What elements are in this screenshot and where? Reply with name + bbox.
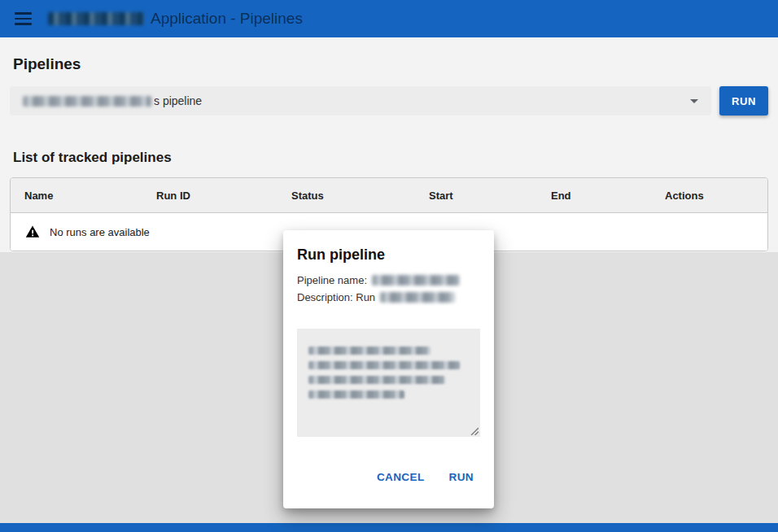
pipelines-section: Pipelines s pipeline RUN List of tracked… (0, 37, 778, 252)
description-line: Description: Run (297, 289, 480, 306)
column-header-actions: Actions (651, 190, 767, 202)
column-header-status: Status (278, 190, 415, 202)
pipeline-name-line: Pipeline name: (297, 272, 480, 289)
column-header-run-id: Run ID (142, 190, 278, 202)
dialog-actions: CANCEL RUN (297, 468, 480, 486)
pipeline-name-label: Pipeline name: (297, 272, 367, 289)
menu-button[interactable] (11, 7, 35, 30)
column-header-end: End (537, 190, 651, 202)
column-header-name: Name (11, 190, 142, 202)
app-toolbar: Application - Pipelines (0, 0, 778, 37)
pipeline-select-row: s pipeline RUN (10, 86, 768, 116)
redacted-dialog-pipeline-name (372, 275, 460, 286)
page-title: Pipelines (0, 37, 778, 73)
bottom-bar (0, 523, 778, 532)
redacted-config-line (308, 376, 445, 384)
column-header-start: Start (415, 190, 537, 202)
chevron-down-icon (690, 99, 698, 103)
table-header-row: Name Run ID Status Start End Actions (11, 178, 767, 213)
dialog-title: Run pipeline (297, 246, 480, 264)
pipeline-config-textarea[interactable] (297, 329, 480, 437)
dialog-run-button[interactable]: RUN (449, 468, 474, 486)
empty-message: No runs are available (50, 226, 150, 238)
redacted-config-line (308, 361, 460, 369)
warning-icon (25, 225, 40, 239)
run-pipeline-button[interactable]: RUN (719, 86, 768, 116)
redacted-description (380, 292, 455, 303)
app-title-text: Application - Pipelines (151, 10, 303, 28)
redacted-config-line (308, 390, 404, 399)
cancel-button[interactable]: CANCEL (377, 468, 425, 486)
description-label: Description: Run (297, 289, 375, 306)
resize-handle-icon[interactable] (470, 427, 479, 435)
redacted-app-name (48, 12, 144, 25)
tracked-pipelines-heading: List of tracked pipelines (13, 150, 765, 166)
redacted-pipeline-name (23, 96, 151, 107)
pipeline-select[interactable]: s pipeline (10, 86, 711, 116)
redacted-config-line (308, 347, 431, 355)
hamburger-icon (15, 12, 32, 15)
pipeline-select-value: s pipeline (154, 94, 202, 107)
app-title: Application - Pipelines (48, 10, 303, 28)
run-pipeline-dialog: Run pipeline Pipeline name: Description:… (283, 230, 494, 508)
